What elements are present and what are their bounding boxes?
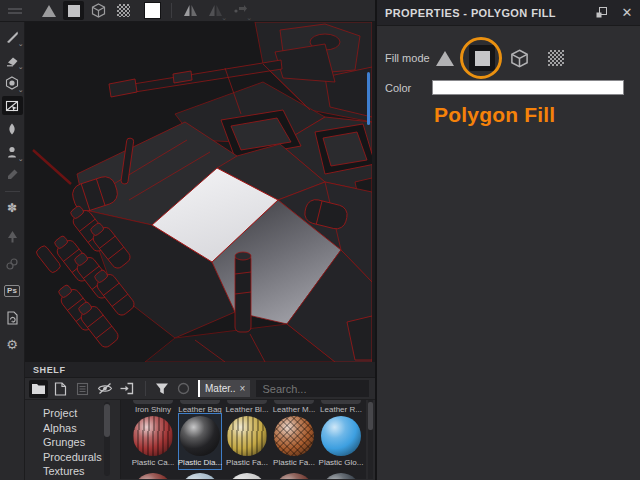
material-cell[interactable]: Leather Bl... Plastic Fa... bbox=[224, 400, 270, 479]
import-resources-button[interactable] bbox=[117, 380, 136, 398]
material-sphere-partial[interactable] bbox=[180, 473, 220, 479]
material-cell[interactable]: Iron Shiny Plastic Ca... bbox=[130, 400, 176, 479]
triangle-mode-icon bbox=[42, 5, 56, 17]
color-value-bar[interactable] bbox=[432, 80, 624, 95]
symmetry-options-button[interactable]: ⌄ bbox=[205, 1, 226, 20]
material-cell[interactable]: Leather M... Plastic Fa... bbox=[271, 400, 317, 479]
filter-button[interactable] bbox=[152, 380, 171, 398]
material-cell-selected[interactable]: Leather Bag Plastic Dia... bbox=[177, 400, 223, 479]
annotation-text: Polygon Fill bbox=[434, 103, 555, 127]
chevron-down-icon: ⌄ bbox=[18, 87, 24, 93]
undock-icon bbox=[596, 7, 607, 18]
material-sphere[interactable] bbox=[274, 416, 314, 456]
sidebar-divider bbox=[5, 191, 20, 192]
paint-brush-tool[interactable]: ⌄ bbox=[2, 27, 23, 46]
material-sliver bbox=[133, 400, 173, 404]
category-scrollbar[interactable] bbox=[104, 402, 110, 476]
folder-view-button[interactable] bbox=[29, 380, 48, 398]
shelf-header: SHELF bbox=[25, 362, 375, 378]
tree-icon bbox=[6, 230, 19, 244]
particles-icon: ✽ bbox=[7, 202, 17, 214]
material-sphere[interactable] bbox=[180, 416, 220, 456]
particles-tool[interactable]: ✽ bbox=[2, 198, 23, 217]
shelf-toolbar-separator bbox=[145, 381, 146, 396]
symmetry-button[interactable] bbox=[180, 1, 201, 20]
shelf-title: SHELF bbox=[25, 365, 66, 375]
material-sliver bbox=[274, 400, 314, 404]
folder-icon bbox=[31, 382, 46, 395]
color-label: Color bbox=[377, 82, 432, 94]
undock-button[interactable] bbox=[588, 4, 614, 22]
material-sphere[interactable] bbox=[133, 416, 173, 456]
smudge-tool[interactable] bbox=[2, 119, 23, 138]
save-resource-button[interactable] bbox=[73, 380, 92, 398]
materials-scrollbar[interactable] bbox=[368, 400, 373, 479]
sync-circle-icon bbox=[177, 382, 190, 395]
search-input[interactable] bbox=[256, 380, 369, 397]
projection-tool[interactable]: ⌄ bbox=[2, 73, 23, 92]
chevron-down-icon: ⌄ bbox=[221, 15, 227, 21]
clone-stamp-tool[interactable]: ⌄ bbox=[2, 142, 23, 161]
gear-icon: ⚙ bbox=[6, 339, 18, 351]
view-mode-toolbar: ⌄ ⌄ bbox=[0, 0, 375, 22]
properties-header: PROPERTIES - POLYGON FILL ✕ bbox=[377, 0, 640, 26]
hide-resources-button[interactable] bbox=[95, 380, 114, 398]
symmetry-icon bbox=[183, 4, 198, 17]
material-sliver bbox=[180, 400, 220, 404]
eye-off-icon bbox=[97, 382, 113, 395]
material-label: Iron Shiny bbox=[130, 405, 176, 414]
sync-button[interactable] bbox=[174, 380, 193, 398]
tree-generator-tool[interactable] bbox=[2, 227, 23, 246]
filter-funnel-icon bbox=[155, 382, 169, 395]
checker-fill-icon bbox=[548, 50, 564, 66]
material-sphere[interactable] bbox=[321, 416, 361, 456]
checker-mode-button[interactable] bbox=[113, 1, 134, 20]
new-resource-button[interactable] bbox=[51, 380, 70, 398]
triangle-mode-button[interactable] bbox=[38, 1, 59, 20]
settings-plugin[interactable]: ⚙ bbox=[2, 335, 23, 354]
material-label: Leather M... bbox=[271, 405, 317, 414]
polygon-fill-tool[interactable] bbox=[2, 96, 23, 115]
substance-painter-window: ⌄ ⌄ ⌄ ⌄ ⌄ ⌄ bbox=[0, 0, 640, 480]
resources-updater-plugin[interactable] bbox=[2, 308, 23, 327]
shelf-toolbar: Mater.. × bbox=[25, 378, 375, 400]
eraser-tool[interactable]: ⌄ bbox=[2, 50, 23, 69]
material-sliver bbox=[321, 400, 361, 404]
checker-mode-icon bbox=[117, 4, 130, 17]
triangle-fill-button[interactable] bbox=[432, 45, 458, 71]
photoshop-export-plugin[interactable]: Ps bbox=[2, 281, 23, 300]
material-picker-tool[interactable] bbox=[2, 165, 23, 184]
materials-grid: Iron Shiny Plastic Ca... Leather Bag Pla… bbox=[121, 400, 366, 479]
material-sphere-partial[interactable] bbox=[227, 473, 267, 479]
checker-fill-button[interactable] bbox=[543, 45, 569, 71]
viewport-scrollbar[interactable] bbox=[367, 72, 370, 125]
properties-panel: PROPERTIES - POLYGON FILL ✕ Fill mode Co… bbox=[375, 0, 640, 480]
properties-title: PROPERTIES - POLYGON FILL bbox=[377, 7, 588, 19]
object-fill-icon bbox=[510, 49, 529, 68]
square-mode-button[interactable] bbox=[63, 1, 84, 20]
material-cell[interactable]: Leather R... Plastic Glo... bbox=[318, 400, 364, 479]
link-tool[interactable] bbox=[2, 254, 23, 273]
close-panel-button[interactable]: ✕ bbox=[614, 4, 640, 22]
polygon-fill-icon bbox=[5, 99, 19, 113]
material-label: Plastic Fa... bbox=[271, 458, 317, 467]
material-label: Plastic Glo... bbox=[318, 458, 364, 467]
remove-filter-icon[interactable]: × bbox=[240, 383, 246, 394]
chevron-down-icon: ⌄ bbox=[18, 156, 24, 162]
material-sphere[interactable] bbox=[227, 416, 267, 456]
object-fill-button[interactable] bbox=[506, 45, 532, 71]
link-icon bbox=[5, 257, 19, 271]
cube-mode-button[interactable] bbox=[88, 1, 109, 20]
pivot-button[interactable]: ⌄ bbox=[230, 1, 251, 20]
photoshop-icon: Ps bbox=[4, 285, 20, 297]
material-filter-tag[interactable]: Mater.. × bbox=[198, 380, 250, 397]
chevron-down-icon: ⌄ bbox=[246, 15, 252, 21]
material-sphere-partial[interactable] bbox=[321, 473, 361, 479]
material-sphere-partial[interactable] bbox=[133, 473, 173, 479]
toolbar-grip[interactable] bbox=[8, 6, 22, 16]
color-swatch-button[interactable] bbox=[142, 1, 163, 20]
chevron-down-icon: ⌄ bbox=[18, 41, 24, 47]
viewport-3d[interactable] bbox=[25, 22, 372, 362]
chevron-down-icon: ⌄ bbox=[18, 64, 24, 70]
material-sphere-partial[interactable] bbox=[274, 473, 314, 479]
